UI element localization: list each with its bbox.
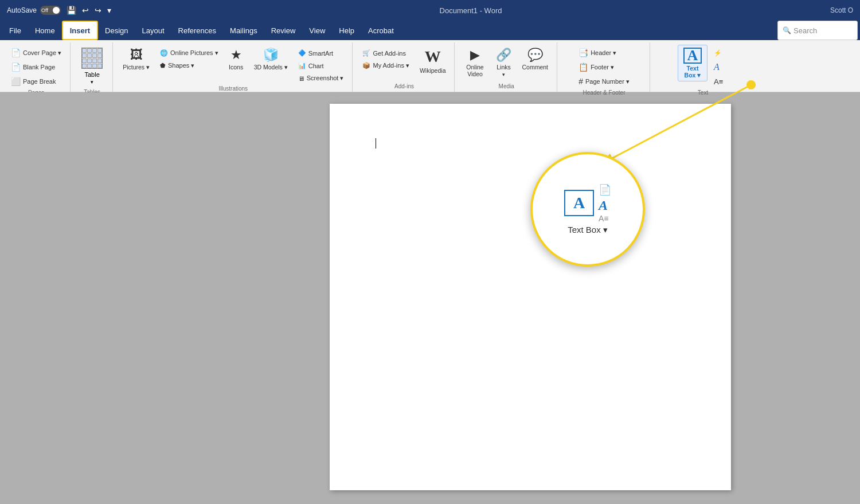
footer-icon: 📋 — [578, 62, 588, 72]
page-break-label: Page Break — [23, 78, 56, 85]
wordart-button[interactable]: A — [710, 60, 728, 75]
icons-label: Icons — [229, 64, 243, 71]
pictures-icon: 🖼 — [130, 48, 143, 62]
quick-parts-button[interactable]: ⚡ — [710, 47, 728, 59]
wikipedia-label: Wikipedia — [420, 67, 446, 74]
header-icon: 📑 — [578, 48, 588, 57]
links-button[interactable]: 🔗 Links ▾ — [491, 45, 515, 80]
page-number-button[interactable]: # Page Number ▾ — [574, 75, 634, 88]
title-icons: 💾 ↩ ↪ ▾ — [67, 6, 111, 15]
left-panel — [0, 92, 201, 502]
comment-button[interactable]: 💬 Comment — [518, 45, 552, 73]
menu-mailings[interactable]: Mailings — [223, 21, 264, 40]
header-footer-group-label: Header & Footer — [563, 88, 645, 98]
menu-layout[interactable]: Layout — [135, 21, 171, 40]
screenshot-icon: 🖥 — [298, 75, 304, 82]
shapes-label: Shapes ▾ — [168, 62, 194, 69]
ribbon-group-illustrations: 🖼 Pictures ▾ 🌐 Online Pictures ▾ ⬟ Shape… — [114, 42, 353, 92]
undo-icon[interactable]: ↩ — [82, 6, 89, 15]
table-button[interactable]: Table ▾ — [76, 45, 108, 88]
media-content: ▶ OnlineVideo 🔗 Links ▾ 💬 Comment — [460, 45, 552, 82]
header-footer-content: 📑 Header ▾ 📋 Footer ▾ # Page Number ▾ — [574, 45, 634, 88]
text-group-label: Text — [656, 88, 750, 98]
links-dropdown: ▾ — [502, 72, 505, 77]
screenshot-label: Screenshot ▾ — [307, 75, 344, 82]
menu-design[interactable]: Design — [98, 21, 135, 40]
pictures-button[interactable]: 🖼 Pictures ▾ — [119, 45, 154, 73]
smartart-label: SmartArt — [308, 50, 333, 57]
links-icon: 🔗 — [496, 48, 511, 62]
autosave-knob — [53, 7, 60, 14]
ribbon-group-tables: Table ▾ Tables — [72, 42, 113, 92]
ribbon-group-header-footer: 📑 Header ▾ 📋 Footer ▾ # Page Number ▾ He… — [558, 42, 650, 92]
addins-group-label: Add-ins — [358, 82, 449, 92]
illustrations-content: 🖼 Pictures ▾ 🌐 Online Pictures ▾ ⬟ Shape… — [119, 45, 347, 84]
my-addins-button[interactable]: 📦 My Add-ins ▾ — [358, 60, 413, 72]
ribbon-group-media: ▶ OnlineVideo 🔗 Links ▾ 💬 Comment Media — [456, 42, 557, 92]
online-pictures-button[interactable]: 🌐 Online Pictures ▾ — [156, 47, 222, 59]
online-video-icon: ▶ — [470, 48, 480, 62]
menu-file[interactable]: File — [2, 21, 28, 40]
menu-home[interactable]: Home — [28, 21, 62, 40]
screenshot-button[interactable]: 🖥 Screenshot ▾ — [294, 72, 348, 84]
comment-label: Comment — [522, 64, 548, 71]
page-number-icon: # — [578, 77, 583, 86]
menu-references[interactable]: References — [171, 21, 223, 40]
menu-review[interactable]: Review — [264, 21, 303, 40]
table-grid-icon — [81, 48, 103, 69]
header-button[interactable]: 📑 Header ▾ — [574, 46, 634, 60]
ribbon-group-addins: 🛒 Get Add-ins 📦 My Add-ins ▾ W Wikipedia… — [354, 42, 455, 92]
text-box-button[interactable]: A TextBox ▾ — [678, 45, 707, 81]
title-bar-left: AutoSave Off 💾 ↩ ↪ ▾ — [7, 6, 111, 15]
get-addins-icon: 🛒 — [362, 49, 370, 57]
pages-stacked: 📄 Cover Page ▾ 📄 Blank Page ⬜ Page Break — [7, 45, 65, 88]
blank-page-button[interactable]: 📄 Blank Page — [7, 60, 65, 74]
chart-icon: 📊 — [298, 62, 306, 69]
smartart-icon: 🔷 — [298, 49, 306, 57]
autosave-label: AutoSave — [7, 6, 37, 14]
text-box-label: TextBox ▾ — [685, 65, 701, 79]
document-title: Document1 - Word — [440, 6, 502, 15]
chart-button[interactable]: 📊 Chart — [294, 60, 348, 72]
more-icon[interactable]: ▾ — [107, 6, 111, 15]
cover-page-icon: 📄 — [11, 48, 21, 57]
wikipedia-button[interactable]: W Wikipedia — [416, 45, 450, 77]
title-bar: AutoSave Off 💾 ↩ ↪ ▾ Document1 - Word Sc… — [0, 0, 860, 21]
dropcap-button[interactable]: A≡ — [710, 75, 728, 88]
smartart-button[interactable]: 🔷 SmartArt — [294, 47, 348, 59]
menu-view[interactable]: View — [302, 21, 332, 40]
page-break-button[interactable]: ⬜ Page Break — [7, 75, 65, 88]
cover-page-label: Cover Page ▾ — [23, 49, 61, 57]
my-addins-icon: 📦 — [362, 62, 370, 69]
menu-acrobat[interactable]: Acrobat — [361, 21, 401, 40]
3d-models-icon: 🧊 — [263, 48, 279, 62]
redo-icon[interactable]: ↪ — [95, 6, 101, 15]
shapes-icon: ⬟ — [160, 62, 166, 69]
footer-button[interactable]: 📋 Footer ▾ — [574, 60, 634, 74]
get-addins-button[interactable]: 🛒 Get Add-ins — [358, 47, 413, 59]
wordart-icon: A — [714, 62, 720, 72]
online-video-button[interactable]: ▶ OnlineVideo — [460, 45, 489, 80]
get-addins-label: Get Add-ins — [373, 50, 405, 57]
online-pictures-icon: 🌐 — [160, 49, 168, 57]
text-cursor — [376, 138, 376, 149]
document-page[interactable] — [330, 104, 731, 490]
3d-models-button[interactable]: 🧊 3D Models ▾ — [250, 45, 292, 73]
icons-icon: ★ — [230, 48, 242, 62]
pictures-label: Pictures ▾ — [123, 64, 150, 71]
search-bar[interactable]: 🔍 Search — [777, 21, 858, 40]
ribbon-content: 📄 Cover Page ▾ 📄 Blank Page ⬜ Page Break… — [0, 40, 860, 92]
blank-page-label: Blank Page — [23, 64, 55, 71]
menu-help[interactable]: Help — [332, 21, 361, 40]
shapes-button[interactable]: ⬟ Shapes ▾ — [156, 60, 222, 72]
menu-insert[interactable]: Insert — [62, 21, 98, 40]
autosave[interactable]: AutoSave Off — [7, 6, 61, 15]
search-label[interactable]: Search — [793, 26, 817, 35]
my-addins-label: My Add-ins ▾ — [373, 62, 409, 69]
icons-button[interactable]: ★ Icons — [225, 45, 248, 73]
page-break-icon: ⬜ — [11, 77, 21, 86]
save-icon[interactable]: 💾 — [67, 6, 76, 15]
cover-page-button[interactable]: 📄 Cover Page ▾ — [7, 46, 65, 60]
menu-bar: File Home Insert Design Layout Reference… — [0, 21, 860, 40]
autosave-toggle[interactable]: Off — [40, 6, 61, 15]
